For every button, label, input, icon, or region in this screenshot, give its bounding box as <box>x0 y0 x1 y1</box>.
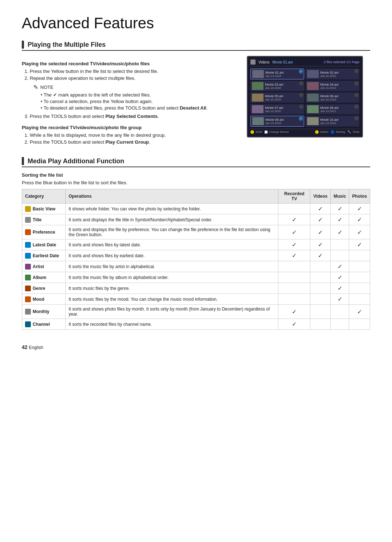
table-row: AlbumIt sorts the music file by album in… <box>22 272 370 283</box>
sub2-step-1: While a file list is displayed, move to … <box>30 132 236 138</box>
check-videos-3: ✓ <box>310 239 331 250</box>
table-row: GenreIt sorts music files by the genre.✓ <box>22 283 370 294</box>
tv-badge-2 <box>354 69 359 73</box>
tv-name-4: Movie 04.avi <box>320 83 358 86</box>
tv-name-5: Movie 05.avi <box>265 94 303 98</box>
step-2: Repeat the above operation to select mul… <box>30 75 236 111</box>
sorting-description: Press the Blue button in the file list t… <box>22 180 370 185</box>
check-photos-4 <box>349 250 370 261</box>
subsection1-steps: Press the Yellow button in the file list… <box>30 69 236 119</box>
check-recorded_tv-2: ✓ <box>278 225 310 239</box>
tv-name-9: Movie 09.avi <box>265 118 302 122</box>
tv-item-2: Movie 02.avi Jan.10.2010 <box>306 69 359 79</box>
tv-bottombar: SUM Change Device Select Sorting 🔧 Tools <box>250 129 359 134</box>
check-videos-10 <box>310 319 331 330</box>
table-row: PreferenceIt sorts and displays the file… <box>22 225 370 239</box>
tv-select-btn <box>315 130 319 134</box>
table-row: TitleIt sorts and displays the file titl… <box>22 214 370 225</box>
tv-thumb-6 <box>307 94 319 102</box>
tv-info-6: Movie 06.avi Jan.10.2010 <box>320 94 358 101</box>
tv-name-10: Movie 10.avi <box>320 118 358 122</box>
tv-sorting-btn <box>331 130 334 134</box>
check-videos-2: ✓ <box>310 225 331 239</box>
check-photos-3: ✓ <box>349 239 370 250</box>
col-music: Music <box>331 189 349 204</box>
page-number-area: 42 English <box>22 344 370 350</box>
note-box: ✎ NOTE The ✓ mark appears to the left of… <box>33 84 236 111</box>
check-music-3 <box>331 239 349 250</box>
tv-badge-7 <box>299 104 303 109</box>
sort-table-body: Basic ViewIt shows whole folder. You can… <box>22 204 370 330</box>
table-row: Earliest DateIt sorts and shows files by… <box>22 250 370 261</box>
cat-cell-8: Mood <box>22 294 66 305</box>
tv-name-7: Movie 07.avi <box>265 106 303 110</box>
check-music-6: ✓ <box>331 272 349 283</box>
table-header-row: Category Operations Recorded TV Videos M… <box>22 189 370 204</box>
note-item-3: To deselect all selected files, press th… <box>41 105 236 111</box>
tv-topbar: Videos Movie 01.avi 2 files selected 1/1… <box>250 59 359 66</box>
tv-status: 2 files selected 1/1 Page <box>324 60 359 64</box>
section-playing-multiple-files: Playing the Multiple Files Playing the s… <box>22 41 370 147</box>
tv-date-2: Jan.10.2010 <box>320 74 358 78</box>
section-media-play: Media Play Additional Function Sorting t… <box>22 157 370 330</box>
tv-date-7: Jan.13.2010 <box>265 110 303 113</box>
check-recorded_tv-1: ✓ <box>278 214 310 225</box>
cat-cell-9: Monthly <box>22 305 66 319</box>
table-row: ChannelIt sorts the recorded files by ch… <box>22 319 370 330</box>
check-photos-2: ✓ <box>349 225 370 239</box>
tv-item-8: Movie 08.avi Jan.13.2011 <box>306 104 359 114</box>
check-recorded_tv-8 <box>278 294 310 305</box>
op-cell-4: It sorts and shows files by earliest dat… <box>66 250 278 261</box>
sorting-subtitle: Sorting the file list <box>22 172 370 178</box>
check-videos-4: ✓ <box>310 250 331 261</box>
table-row: MonthlyIt sorts and shows photo files by… <box>22 305 370 319</box>
tv-badge-8 <box>354 104 359 109</box>
check-photos-8 <box>349 294 370 305</box>
note-text-1: The ✓ mark appears to the left of the se… <box>44 92 151 98</box>
sorting-table: Category Operations Recorded TV Videos M… <box>22 189 370 330</box>
check-videos-7 <box>310 283 331 294</box>
tv-date-9: Jan.13.2010 <box>265 122 302 125</box>
op-cell-7: It sorts music files by the genre. <box>66 283 278 294</box>
tv-badge-3 <box>299 81 303 86</box>
tv-current-file: Movie 01.avi <box>272 60 293 64</box>
check-music-8: ✓ <box>331 294 349 305</box>
table-row: Latest DateIt sorts and shows files by l… <box>22 239 370 250</box>
check-videos-0: ✓ <box>310 204 331 214</box>
tv-topbar-left: Videos Movie 01.avi <box>250 59 293 65</box>
tv-thumb-9 <box>252 117 264 125</box>
tv-info-1: Movie 01.avi Jan.13.2010 <box>265 71 302 78</box>
tv-thumb-4 <box>307 82 319 90</box>
section2-title: Media Play Additional Function <box>28 157 124 165</box>
check-photos-10 <box>349 319 370 330</box>
tv-name-3: Movie 03.avi <box>265 83 303 86</box>
table-row: ArtistIt sorts the music file by artist … <box>22 261 370 272</box>
table-row: MoodIt sorts music files by the mood. Yo… <box>22 294 370 305</box>
tv-thumb-10 <box>307 117 319 125</box>
op-cell-10: It sorts the recorded files by channel n… <box>66 319 278 330</box>
check-recorded_tv-9: ✓ <box>278 305 310 319</box>
cat-cell-5: Artist <box>22 261 66 272</box>
op-cell-9: It sorts and shows photo files by month.… <box>66 305 278 319</box>
tv-thumb-1 <box>252 70 264 78</box>
content-area: Playing the selected recorded TV/video/m… <box>22 56 370 147</box>
op-cell-3: It sorts and shows files by latest date. <box>66 239 278 250</box>
tv-date-5: Jan.10.2010 <box>265 98 303 101</box>
left-content: Playing the selected recorded TV/video/m… <box>22 56 236 147</box>
tv-date-1: Jan.13.2010 <box>265 74 302 78</box>
tv-thumb-2 <box>307 70 319 78</box>
tv-badge-4 <box>354 81 359 86</box>
op-cell-6: It sorts the music file by album in alph… <box>66 272 278 283</box>
tv-item-7: Movie 07.avi Jan.13.2010 <box>250 104 304 114</box>
col-photos: Photos <box>349 189 370 204</box>
page-number: 42 <box>22 344 28 350</box>
cat-cell-4: Earliest Date <box>22 250 66 261</box>
check-videos-5 <box>310 261 331 272</box>
page-title: Advanced Features <box>22 15 370 32</box>
tv-info-4: Movie 04.avi Jan.10.2010 <box>320 83 358 90</box>
section2-bar-icon <box>22 157 24 165</box>
tv-screen-area: Videos Movie 01.avi 2 files selected 1/1… <box>247 56 370 147</box>
tv-thumb-5 <box>252 94 264 102</box>
tv-info-9: Movie 09.avi Jan.13.2010 <box>265 118 302 125</box>
tv-thumb-8 <box>307 105 319 113</box>
